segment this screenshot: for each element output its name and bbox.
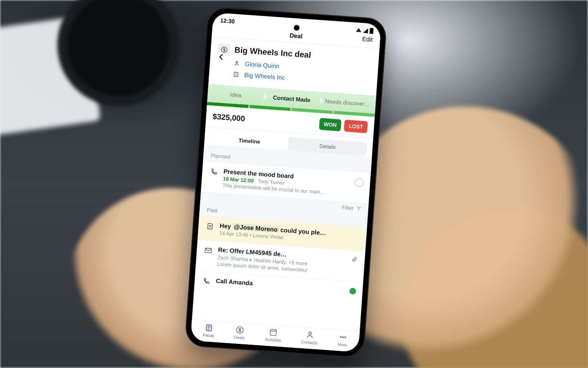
phone-mockup: 12:30 Deal Edit Big bbox=[185, 7, 388, 359]
battery-icon bbox=[370, 28, 374, 34]
person-icon bbox=[234, 60, 241, 67]
screen-title: Deal bbox=[290, 32, 303, 40]
stage-idea[interactable]: Idea bbox=[207, 90, 264, 100]
deal-amount: $325,000 bbox=[212, 112, 245, 123]
contacts-icon bbox=[305, 330, 314, 339]
nav-contacts[interactable]: Contacts bbox=[301, 330, 318, 346]
attachment-icon bbox=[350, 256, 359, 277]
stage-contact-made[interactable]: Contact Made bbox=[263, 94, 320, 104]
svg-point-8 bbox=[340, 337, 341, 338]
filter-icon bbox=[356, 206, 362, 212]
activities-icon bbox=[269, 328, 278, 337]
svg-rect-2 bbox=[234, 72, 238, 76]
call-icon bbox=[208, 167, 219, 188]
filter-button[interactable]: Filter bbox=[342, 204, 354, 211]
status-dot bbox=[349, 288, 356, 295]
app-screen: 12:30 Deal Edit Big bbox=[190, 13, 381, 352]
contact-name: Gloria Quinn bbox=[245, 60, 279, 70]
svg-point-10 bbox=[344, 337, 345, 338]
svg-point-1 bbox=[236, 61, 238, 63]
nav-activities[interactable]: Activities bbox=[265, 327, 282, 343]
status-time: 12:30 bbox=[220, 17, 235, 25]
note-icon bbox=[205, 221, 215, 236]
back-button[interactable] bbox=[216, 52, 226, 63]
call-title: Call Amanda bbox=[216, 277, 345, 293]
svg-rect-6 bbox=[270, 330, 277, 336]
focus-icon bbox=[204, 323, 214, 332]
won-button[interactable]: WON bbox=[319, 118, 342, 131]
call-icon bbox=[201, 276, 211, 286]
wifi-icon bbox=[356, 28, 362, 32]
edit-button[interactable]: Edit bbox=[362, 35, 373, 43]
stage-needs-discovery[interactable]: Needs discover… bbox=[319, 97, 376, 108]
organization-name: Big Wheels Inc bbox=[244, 71, 285, 81]
mail-icon bbox=[202, 245, 213, 267]
building-icon bbox=[233, 71, 240, 78]
nav-focus[interactable]: Focus bbox=[203, 323, 215, 338]
more-icon bbox=[338, 332, 347, 342]
signal-icon bbox=[363, 28, 368, 33]
nav-deals[interactable]: Deals bbox=[234, 325, 245, 340]
deals-icon bbox=[235, 325, 245, 334]
complete-checkbox[interactable] bbox=[354, 178, 364, 187]
svg-point-9 bbox=[342, 337, 343, 338]
lost-button[interactable]: LOST bbox=[344, 120, 368, 133]
nav-more[interactable]: More bbox=[338, 332, 348, 348]
svg-point-7 bbox=[309, 332, 312, 335]
